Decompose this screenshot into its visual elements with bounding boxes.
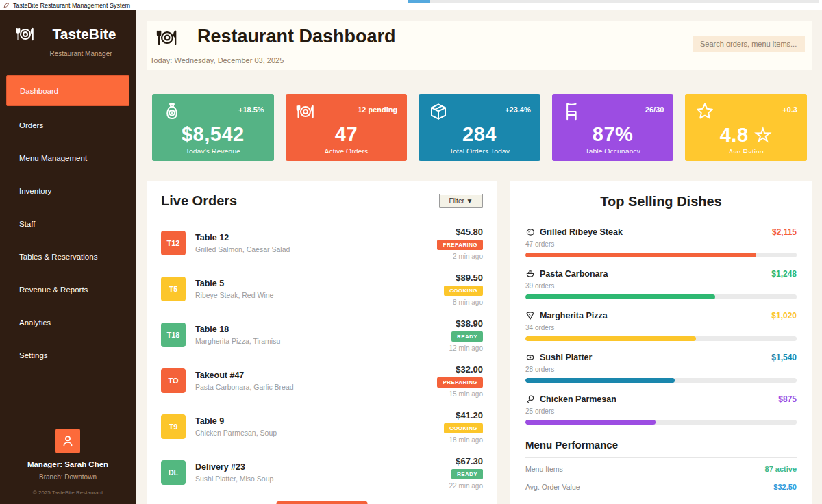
sidebar-item[interactable]: Menu Management <box>0 142 136 175</box>
performance-row: Avg. Order Value $32.50 <box>525 478 797 496</box>
order-time: 22 min ago <box>449 482 483 490</box>
sidebar-item-label: Orders <box>19 121 43 129</box>
performance-label: Avg. Order Value <box>525 483 580 491</box>
stat-label: Today's Revenue <box>162 148 264 153</box>
sidebar-item-label: Dashboard <box>20 87 58 95</box>
chicken-icon <box>525 394 535 404</box>
top-scrollbar[interactable] <box>408 0 819 3</box>
dish-progress-track <box>525 253 797 257</box>
divider <box>525 457 797 458</box>
dish-revenue: $1,020 <box>771 311 797 320</box>
menu-performance-title: Menu Performance <box>525 439 797 451</box>
dish-progress-track <box>525 294 797 299</box>
performance-value: $32.50 <box>773 483 797 491</box>
order-status-badge: COOKING <box>444 286 483 296</box>
stat-card: +0.3 4.8 ☆ Avg Rating <box>685 94 807 161</box>
sidebar-item-label: Analytics <box>19 318 51 327</box>
order-row[interactable]: TO Takeout #47 Pasta Carbonara, Garlic B… <box>161 362 483 400</box>
order-time: 12 min ago <box>449 344 483 352</box>
avatar <box>55 429 80 453</box>
sidebar-item-label: Revenue & Reports <box>19 286 88 294</box>
dish-progress-track <box>525 420 797 425</box>
dish-progress-fill <box>525 253 756 257</box>
order-price: $32.00 <box>456 364 483 375</box>
order-price: $41.20 <box>456 410 483 420</box>
top-scrollbar-thumb[interactable] <box>408 0 430 3</box>
sidebar-item[interactable]: Analytics <box>0 306 136 339</box>
brand-name: TasteBite <box>42 26 126 42</box>
order-name: Table 18 <box>195 325 280 334</box>
view-all-orders-button[interactable] <box>277 501 368 504</box>
top-dishes-panel: Top Selling Dishes Grilled Ribeye Steak … <box>510 181 812 504</box>
table-badge: T18 <box>161 323 186 347</box>
dish-name: Chicken Parmesan <box>540 394 616 404</box>
sidebar-item[interactable]: Settings <box>0 339 136 372</box>
money-bag-icon <box>162 101 182 122</box>
dish-list: Grilled Ribeye Steak $2,115 47 orders Pa… <box>525 227 797 425</box>
table-badge: T5 <box>161 277 186 301</box>
sidebar-item[interactable]: Tables & Reservations <box>0 240 136 273</box>
order-row[interactable]: T5 Table 5 Ribeye Steak, Red Wine $89.50… <box>161 270 483 308</box>
live-orders-title: Live Orders <box>161 193 237 209</box>
dish-name: Margherita Pizza <box>540 311 608 320</box>
stat-label: Active Orders <box>295 148 398 153</box>
dish-revenue: $1,248 <box>771 269 797 279</box>
stat-value: 87% <box>562 123 664 146</box>
search-input[interactable] <box>693 36 805 52</box>
dish-item: Margherita Pizza $1,020 34 orders <box>525 311 797 341</box>
table-badge: DL <box>161 460 186 485</box>
dish-item: Pasta Carbonara $1,248 39 orders <box>525 269 797 299</box>
package-icon <box>428 101 449 122</box>
manager-name: Manager: Sarah Chen <box>0 460 136 468</box>
page-date: Today: Wednesday, December 03, 2025 <box>150 56 284 64</box>
sidebar-item[interactable]: Revenue & Reports <box>0 273 136 306</box>
dish-item: Grilled Ribeye Steak $2,115 47 orders <box>525 227 797 257</box>
filter-button[interactable]: Filter ▼ <box>439 194 483 208</box>
order-time: 2 min ago <box>453 253 483 260</box>
order-items: Pasta Carbonara, Garlic Bread <box>195 383 294 391</box>
order-row[interactable]: DL Delivery #23 Sushi Platter, Miso Soup… <box>161 453 483 492</box>
stat-card: 12 pending 47 Active Orders <box>286 94 408 161</box>
live-orders-panel: Live Orders Filter ▼ T12 Table 12 Grille… <box>147 181 497 504</box>
performance-rows: Menu Items 87 active Avg. Order Value $3… <box>525 460 797 496</box>
dish-item: Sushi Platter $1,540 28 orders <box>525 353 797 383</box>
top-dishes-title: Top Selling Dishes <box>525 194 797 210</box>
dish-progress-track <box>525 336 797 341</box>
order-time: 8 min ago <box>453 299 483 306</box>
dish-progress-fill <box>525 378 675 383</box>
pasta-icon <box>525 269 535 279</box>
order-name: Takeout #47 <box>195 370 294 380</box>
order-items: Sushi Platter, Miso Soup <box>195 475 273 483</box>
stat-delta: 12 pending <box>358 105 397 114</box>
performance-value: 87 active <box>765 465 797 473</box>
sidebar-item[interactable]: Dashboard <box>6 75 129 106</box>
branch-name: Branch: Downtown <box>0 473 136 481</box>
dish-name: Pasta Carbonara <box>540 269 608 279</box>
sidebar-item[interactable]: Inventory <box>0 175 136 207</box>
dish-progress-fill <box>525 420 656 425</box>
sidebar-item-label: Inventory <box>19 187 51 195</box>
sidebar-item[interactable]: Staff <box>0 207 136 240</box>
dish-orders: 39 orders <box>525 282 797 290</box>
stat-cards: +18.5% $8,542 Today's Revenue 12 pending… <box>152 94 807 161</box>
order-row[interactable]: T9 Table 9 Chicken Parmesan, Soup $41.20… <box>161 407 483 446</box>
order-row[interactable]: T12 Table 12 Grilled Salmon, Caesar Sala… <box>161 224 483 262</box>
stat-card: +18.5% $8,542 Today's Revenue <box>152 94 274 161</box>
order-name: Delivery #23 <box>195 462 273 472</box>
dish-progress-fill <box>525 294 715 299</box>
sidebar-item-label: Staff <box>19 220 35 228</box>
cutlery-icon <box>295 101 316 122</box>
performance-row: Menu Items 87 active <box>525 460 797 478</box>
order-status-badge: COOKING <box>444 423 483 433</box>
sidebar-item-label: Menu Management <box>19 154 87 162</box>
sidebar-item[interactable]: Orders <box>0 109 136 142</box>
order-name: Table 9 <box>195 416 277 426</box>
order-status-badge: READY <box>451 469 483 479</box>
chair-icon <box>562 101 582 122</box>
order-row[interactable]: T18 Table 18 Margherita Pizza, Tiramisu … <box>161 316 483 354</box>
sidebar: TasteBite Restaurant Manager Dashboard O… <box>0 10 136 504</box>
order-time: 18 min ago <box>449 436 483 444</box>
stat-label: Avg Rating <box>695 149 797 153</box>
stat-value: 47 <box>295 123 398 146</box>
dish-revenue: $1,540 <box>771 353 797 362</box>
